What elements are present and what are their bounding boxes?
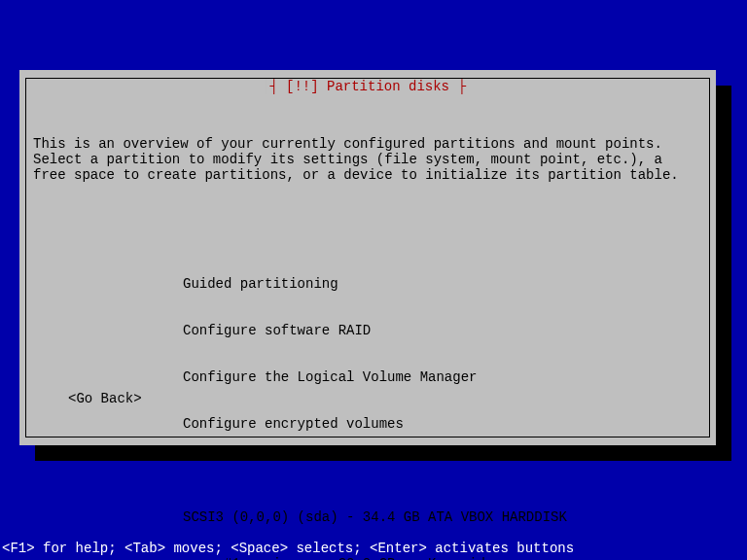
menu-disk-sda[interactable]: SCSI3 (0,0,0) (sda) - 34.4 GB ATA VBOX H… — [183, 509, 702, 525]
menu-configure-encrypted[interactable]: Configure encrypted volumes — [183, 416, 702, 432]
go-back-button[interactable]: <Go Back> — [68, 391, 142, 406]
dialog-title: ┤ [!!] Partition disks ├ — [266, 79, 470, 94]
menu-guided-partitioning[interactable]: Guided partitioning — [183, 276, 702, 292]
partition-dialog: ┤ [!!] Partition disks ├ This is an over… — [19, 70, 716, 445]
menu-configure-lvm[interactable]: Configure the Logical Volume Manager — [183, 369, 702, 385]
menu-partition-sda1[interactable]: #1 primary 30.0 GB K raid — [183, 556, 702, 560]
menu-spacer — [183, 463, 702, 478]
title-text: [!!] Partition disks — [286, 79, 449, 94]
menu-configure-software-raid[interactable]: Configure software RAID — [183, 323, 702, 338]
title-decor-left: ┤ — [269, 79, 286, 94]
partition-menu[interactable]: Guided partitioning Configure software R… — [183, 245, 702, 560]
help-bar: <F1> for help; <Tab> moves; <Space> sele… — [0, 541, 574, 556]
title-decor-right: ├ — [449, 79, 466, 94]
dialog-content: This is an overview of your currently co… — [33, 105, 702, 560]
intro-text: This is an overview of your currently co… — [33, 136, 702, 183]
